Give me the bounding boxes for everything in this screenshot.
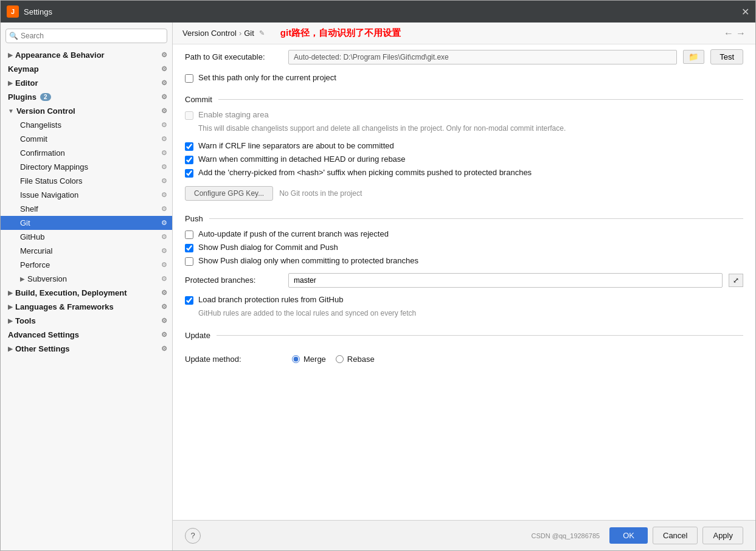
breadcrumb: Version Control › Git ✎ [182,29,265,38]
protected-branches-input[interactable] [288,273,723,288]
git-test-button[interactable]: Test [710,49,743,64]
settings-icon: ⚙ [161,261,167,269]
sidebar-item-languages-frameworks[interactable]: ▶Languages & Frameworks⚙ [1,300,172,314]
merge-option[interactable]: Merge [292,355,326,364]
warn-detached-checkbox[interactable] [185,156,193,164]
update-section-title: Update [185,331,743,340]
badge: 2 [40,93,51,101]
settings-icon: ⚙ [161,331,167,339]
sidebar-label: Subversion [27,274,67,283]
sidebar-item-github[interactable]: GitHub⚙ [1,230,172,244]
sidebar-item-directory-mappings[interactable]: Directory Mappings⚙ [1,160,172,174]
settings-icon: ⚙ [161,303,167,311]
annotation-text: git路径，自动识别了不用设置 [280,27,401,39]
sidebar-label: GitHub [20,232,44,241]
settings-icon: ⚙ [161,51,167,59]
load-branch-label: Load branch protection rules from GitHub [198,295,343,304]
title-bar: J Settings ✕ [1,1,755,23]
sidebar-label: Plugins [8,92,36,102]
sidebar-item-plugins[interactable]: Plugins2⚙ [1,90,172,104]
show-push-protected-row: Show Push dialog only when committing to… [173,256,755,266]
sidebar-label: Perforce [20,260,50,269]
settings-icon: ⚙ [161,289,167,297]
sidebar-label: Mercurial [20,246,52,255]
sidebar-item-build-execution[interactable]: ▶Build, Execution, Deployment⚙ [1,286,172,300]
sidebar-item-shelf[interactable]: Shelf⚙ [1,202,172,216]
expand-arrow: ▶ [8,80,13,86]
settings-icon: ⚙ [161,65,167,73]
sidebar-item-other-settings[interactable]: ▶Other Settings⚙ [1,342,172,356]
sidebar-item-changelists[interactable]: Changelists⚙ [1,118,172,132]
sidebar-item-perforce[interactable]: Perforce⚙ [1,258,172,272]
sidebar-item-subversion[interactable]: ▶Subversion⚙ [1,272,172,286]
load-branch-checkbox[interactable] [185,296,193,305]
sidebar-item-appearance[interactable]: ▶Appearance & Behavior⚙ [1,48,172,62]
sidebar-item-keymap[interactable]: Keymap⚙ [1,62,172,76]
cherry-pick-checkbox[interactable] [185,169,193,178]
sidebar-item-editor[interactable]: ▶Editor⚙ [1,76,172,90]
update-method-label: Update method: [185,355,282,364]
sidebar-label: Commit [20,134,47,144]
footer: ? CSDN @qq_19286785 OK Cancel Apply [173,520,755,550]
sidebar-label: Appearance & Behavior [15,50,105,60]
sidebar-label: Directory Mappings [20,162,88,172]
sidebar-label: Editor [15,78,38,88]
forward-arrow[interactable]: → [736,28,746,39]
sidebar-item-mercurial[interactable]: Mercurial⚙ [1,244,172,258]
expand-arrow: ▶ [8,52,13,58]
help-button[interactable]: ? [185,528,201,544]
warn-detached-label: Warn when committing in detached HEAD or… [198,154,406,164]
settings-icon: ⚙ [161,163,167,171]
sidebar-item-confirmation[interactable]: Confirmation⚙ [1,146,172,160]
show-push-dialog-checkbox[interactable] [185,244,193,252]
show-push-dialog-label: Show Push dialog for Commit and Push [198,243,338,252]
cherry-pick-label: Add the 'cherry-picked from <hash>' suff… [198,168,532,177]
auto-update-checkbox[interactable] [185,230,193,239]
sidebar-item-commit[interactable]: Commit⚙ [1,132,172,146]
search-input[interactable] [5,29,167,43]
sidebar-item-git[interactable]: Git⚙ [1,216,172,230]
sidebar: 🔍 ▶Appearance & Behavior⚙Keymap⚙▶Editor⚙… [1,23,173,550]
settings-content: Path to Git executable: 📁 Test Set this … [173,44,755,520]
protected-expand-button[interactable]: ⤢ [729,274,743,287]
expand-arrow: ▶ [20,276,25,282]
settings-icon: ⚙ [161,275,167,283]
git-path-input[interactable] [288,50,677,64]
ok-button[interactable]: OK [609,527,648,544]
sidebar-item-file-status-colors[interactable]: File Status Colors⚙ [1,174,172,188]
close-button[interactable]: ✕ [741,6,749,18]
sidebar-label: File Status Colors [20,176,83,185]
sidebar-item-advanced-settings[interactable]: Advanced Settings⚙ [1,328,172,342]
app-icon: J [7,5,19,18]
set-path-label: Set this path only for the current proje… [198,73,336,82]
staging-area-checkbox[interactable] [185,111,193,120]
rebase-radio[interactable] [336,355,344,363]
warn-crlf-row: Warn if CRLF line separators are about t… [173,141,755,151]
settings-icon: ⚙ [161,135,167,143]
merge-radio[interactable] [292,355,300,363]
apply-button[interactable]: Apply [702,527,743,544]
set-path-checkbox[interactable] [185,74,193,83]
back-arrow[interactable]: ← [724,28,733,39]
merge-label: Merge [303,355,326,364]
sidebar-item-issue-navigation[interactable]: Issue Navigation⚙ [1,188,172,202]
settings-icon: ⚙ [161,345,167,353]
sidebar-item-tools[interactable]: ▶Tools⚙ [1,314,172,328]
sidebar-label: Git [20,218,30,227]
gpg-note: No Git roots in the project [279,189,362,198]
sidebar-item-version-control[interactable]: ▼Version Control⚙ [1,104,172,118]
settings-icon: ⚙ [161,149,167,157]
search-box: 🔍 [5,29,167,43]
warn-crlf-checkbox[interactable] [185,142,193,151]
cancel-button[interactable]: Cancel [653,527,698,544]
settings-icon: ⚙ [161,233,167,241]
show-push-protected-checkbox[interactable] [185,257,193,266]
staging-area-subtext: This will disable changelists support an… [186,123,755,137]
protected-branches-label: Protected branches: [185,276,282,285]
push-section: Push [173,206,755,223]
configure-gpg-button[interactable]: Configure GPG Key... [185,186,273,201]
sidebar-nav: ▶Appearance & Behavior⚙Keymap⚙▶Editor⚙Pl… [1,48,172,356]
gpg-row: Configure GPG Key... No Git roots in the… [173,181,755,206]
git-path-browse-button[interactable]: 📁 [683,50,704,64]
rebase-option[interactable]: Rebase [336,355,375,364]
